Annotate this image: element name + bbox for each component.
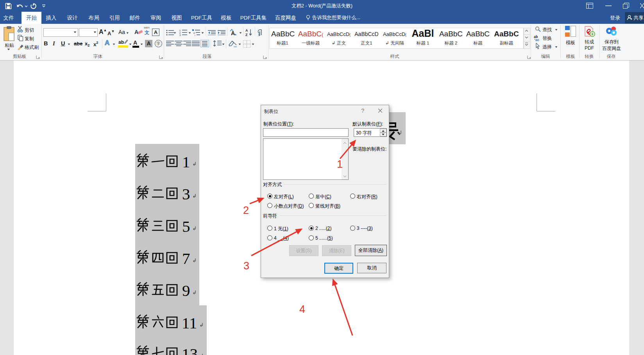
svg-text:4: 4 [299, 303, 305, 315]
svg-text:3: 3 [243, 260, 249, 272]
svg-text:1: 1 [337, 158, 343, 170]
svg-text:2: 2 [243, 204, 249, 216]
